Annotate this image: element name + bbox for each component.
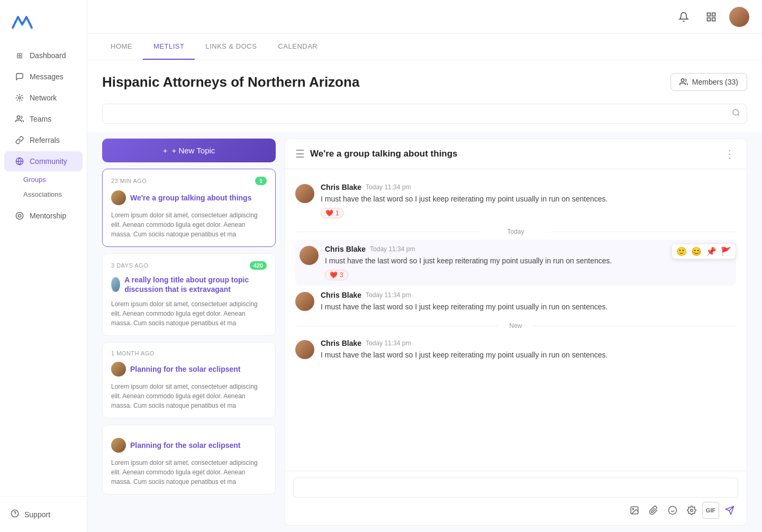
discussion-icon: ☰ [295, 148, 305, 160]
sidebar-item-dashboard[interactable]: ⊞ Dashboard [4, 45, 83, 66]
search-bar [102, 104, 747, 124]
tab-links-docs[interactable]: LINKS & DOCS [195, 34, 267, 60]
msg-avatar-3 [295, 292, 314, 311]
topics-panel: + + New Topic 23 MIN AGO 1 We're a group… [102, 132, 282, 532]
search-input[interactable] [109, 109, 732, 118]
discussion-title: We're a group talking about things [310, 149, 458, 159]
msg-content-2: Chris Blake Today 11:34 pm I must have t… [325, 245, 732, 280]
main-content: HOME METLIST LINKS & DOCS CALENDAR Hispa… [87, 0, 762, 532]
mentorship-icon [15, 211, 24, 221]
msg-time-1: Today 11:34 pm [366, 184, 411, 191]
topic-card-2[interactable]: 3 DAYS AGO 420 A really long title about… [102, 253, 276, 336]
tab-metlist[interactable]: METLIST [143, 34, 195, 60]
topic-card-4[interactable]: Planning for the solar eclipsent Lorem i… [102, 425, 276, 494]
topbar [87, 0, 762, 34]
support-icon [11, 509, 19, 519]
svg-rect-7 [707, 13, 711, 16]
topic-meta-1: 23 MIN AGO 1 [111, 177, 267, 185]
message-item-3: Chris Blake Today 11:34 pm I must have t… [295, 286, 736, 318]
message-item-4: Chris Blake Today 11:34 pm I must have t… [295, 334, 736, 366]
msg-text-1: I must have the last word so I just keep… [321, 194, 736, 205]
message-input-area: GIF [285, 471, 747, 525]
sidebar-item-teams[interactable]: Teams [4, 109, 83, 129]
topic-avatar-1 [111, 190, 126, 205]
logo[interactable] [0, 8, 87, 44]
referrals-icon [15, 135, 24, 145]
members-icon [679, 78, 688, 86]
topic-author-row-3: Planning for the solar eclipsent [111, 362, 267, 377]
topic-title-2: A really long title about group topic di… [124, 275, 267, 294]
svg-point-3 [16, 212, 23, 219]
teams-icon [15, 114, 24, 124]
input-toolbar: GIF [293, 502, 738, 519]
topic-title-4: Planning for the solar eclipsent [130, 441, 240, 450]
svg-point-18 [691, 509, 693, 512]
members-button[interactable]: Members (33) [670, 73, 747, 91]
svg-point-12 [733, 109, 739, 115]
plus-icon: + [163, 146, 168, 155]
emoji-react-icon[interactable]: 🙂 [676, 246, 687, 256]
search-container [87, 99, 762, 132]
emoji-alt-icon[interactable]: 😊 [691, 246, 702, 256]
sidebar-bottom: Support [0, 496, 87, 532]
messages-area: Chris Blake Today 11:34 pm I must have t… [285, 169, 747, 471]
sidebar-item-support[interactable]: Support [8, 505, 78, 524]
msg-avatar-4 [295, 340, 314, 359]
sidebar-item-messages[interactable]: Messages [4, 67, 83, 87]
msg-reaction-2[interactable]: ❤️ 3 [325, 270, 348, 280]
topic-author-row-4: Planning for the solar eclipsent [111, 438, 267, 453]
sidebar-item-mentorship[interactable]: Mentorship [4, 206, 83, 226]
notification-bell[interactable] [674, 7, 693, 26]
page-content: HOME METLIST LINKS & DOCS CALENDAR Hispa… [87, 34, 762, 532]
image-upload-button[interactable] [626, 502, 643, 519]
sidebar-item-community[interactable]: Community [4, 151, 83, 171]
settings-button[interactable] [683, 502, 700, 519]
sidebar-item-associations[interactable]: Associations [17, 187, 87, 201]
topic-card-3[interactable]: 1 MONTH AGO Planning for the solar eclip… [102, 342, 276, 418]
send-button[interactable] [721, 502, 738, 519]
user-avatar[interactable] [729, 7, 749, 27]
more-options-button[interactable]: ⋮ [724, 148, 736, 160]
msg-text-2: I must have the last word so I just keep… [325, 255, 732, 267]
gif-button[interactable]: GIF [702, 502, 719, 519]
tab-home[interactable]: HOME [100, 34, 143, 60]
topic-title-1: We're a group talking about things [130, 193, 251, 203]
new-topic-button[interactable]: + + New Topic [102, 139, 276, 162]
topic-card-1[interactable]: 23 MIN AGO 1 We're a group talking about… [102, 169, 276, 247]
today-divider: Today [295, 228, 736, 235]
emoji-button[interactable] [664, 502, 681, 519]
group-title: Hispanic Attorneys of Northern Arizona [102, 74, 359, 90]
discussion-header: ☰ We're a group talking about things ⋮ [285, 139, 747, 169]
msg-header-4: Chris Blake Today 11:34 pm [321, 339, 736, 347]
svg-rect-9 [712, 17, 715, 21]
msg-time-3: Today 11:34 pm [366, 291, 411, 299]
tab-bar: HOME METLIST LINKS & DOCS CALENDAR [87, 34, 762, 60]
topic-body-1: Lorem ipsum dolor sit amet, consectetuer… [111, 210, 267, 239]
sidebar-item-referrals[interactable]: Referrals [4, 130, 83, 150]
community-icon [15, 157, 24, 166]
msg-author-2: Chris Blake [325, 245, 366, 253]
svg-rect-8 [712, 13, 715, 16]
msg-avatar-1 [295, 184, 314, 203]
tab-calendar[interactable]: CALENDAR [267, 34, 328, 60]
sidebar-nav: ⊞ Dashboard Messages Network Teams Ref [0, 44, 87, 496]
msg-content-1: Chris Blake Today 11:34 pm I must have t… [321, 183, 736, 218]
sidebar-item-network[interactable]: Network [4, 88, 83, 108]
topic-avatar-3 [111, 362, 126, 377]
new-divider: New [295, 322, 736, 329]
search-icon [732, 108, 740, 119]
file-attach-button[interactable] [645, 502, 662, 519]
sidebar-item-groups[interactable]: Groups [17, 172, 87, 187]
layout-icon[interactable] [702, 7, 721, 26]
msg-content-4: Chris Blake Today 11:34 pm I must have t… [321, 339, 736, 361]
flag-icon[interactable]: 🚩 [721, 246, 731, 256]
msg-reaction-1[interactable]: ❤️ 1 [321, 208, 344, 218]
pin-icon[interactable]: 📌 [706, 246, 716, 256]
svg-point-11 [681, 79, 684, 81]
msg-avatar-2 [300, 246, 319, 265]
message-input[interactable] [293, 478, 738, 498]
svg-point-15 [669, 507, 677, 515]
msg-header-1: Chris Blake Today 11:34 pm [321, 183, 736, 191]
message-item-2: Chris Blake Today 11:34 pm I must have t… [295, 240, 736, 286]
topic-title-3: Planning for the solar eclipsent [130, 364, 240, 374]
